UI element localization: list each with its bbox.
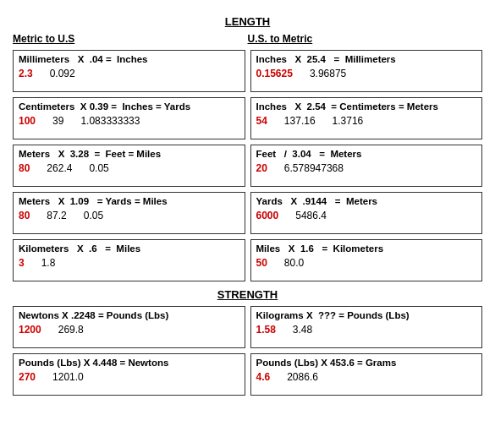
feet-input: 20 [256,162,267,174]
yards-to-meters-box: Yards X .9144 = Meters 6000 5486.4 [250,192,483,234]
km-to-miles-values: 3 1.8 [19,257,239,269]
pounds-to-grams-values: 4.6 2086.6 [256,371,477,383]
strength-row-1: Newtons X .2248 = Pounds (Lbs) 1200 269.… [13,306,482,348]
newtons-to-pounds-box: Newtons X .2248 = Pounds (Lbs) 1200 269.… [13,306,245,348]
yards-input: 6000 [256,210,279,221]
pounds-input1: 270 [19,371,36,383]
inches-to-cm-meters-box: Inches X 2.54 = Centimeters = Meters 54 … [250,97,483,139]
yards-to-meters-values: 6000 5486.4 [256,210,477,221]
feet-to-meters-values: 20 6.578947368 [256,162,477,174]
metric-to-us-header: Metric to U.S [13,33,248,45]
inches-to-mm-formula: Inches X 25.4 = Millimeters [256,54,477,64]
inches-input: 0.15625 [256,68,293,79]
feet-out: 262.4 [47,162,72,174]
km-input: 3 [19,257,25,269]
newtons-out: 1201.0 [52,371,84,383]
inches-to-cm-formula: Inches X 2.54 = Centimeters = Meters [256,101,477,112]
length-row-2: Centimeters X 0.39 = Inches = Yards 100 … [13,97,482,139]
meters-to-yards-formula: Meters X 1.09 = Yards = Miles [19,196,239,206]
mm-to-inches-formula: Millimeters X .04 = Inches [19,54,239,64]
meters-out: 1.3716 [333,115,364,127]
meters-to-feet-formula: Meters X 3.28 = Feet = Miles [19,149,239,159]
yards-to-meters-formula: Yards X .9144 = Meters [256,196,477,206]
strength-row-2: Pounds (Lbs) X 4.448 = Newtons 270 1201.… [13,353,482,396]
inches-out2: 39 [52,115,63,127]
length-row-3: Meters X 3.28 = Feet = Miles 80 262.4 0.… [13,145,482,187]
cm-input: 100 [19,115,36,127]
cm-formula: Centimeters X 0.39 = Inches = Yards [19,101,239,112]
length-title: LENGTH [13,15,482,28]
meters-input2: 80 [19,210,30,221]
pounds-to-newtons-values: 270 1201.0 [19,371,239,383]
grams-out: 2086.6 [287,371,318,383]
inches-to-mm-box: Inches X 25.4 = Millimeters 0.15625 3.96… [250,50,483,92]
kg-to-pounds-formula: Kilograms X ??? = Pounds (Lbs) [256,310,477,320]
pounds-to-newtons-box: Pounds (Lbs) X 4.448 = Newtons 270 1201.… [13,353,245,396]
kg-input: 1.58 [256,324,276,336]
miles-input: 50 [256,257,267,269]
strength-title: STRENGTH [13,288,482,301]
meters-out2: 6.578947368 [284,162,344,174]
pounds-to-grams-formula: Pounds (Lbs) X 453.6 = Grams [256,358,477,368]
kg-to-pounds-values: 1.58 3.48 [256,324,477,336]
meters-to-feet-miles-box: Meters X 3.28 = Feet = Miles 80 262.4 0.… [13,145,245,187]
newtons-to-pounds-formula: Newtons X .2248 = Pounds (Lbs) [19,310,239,320]
newtons-input: 1200 [19,324,41,336]
length-row-5: Kilometers X .6 = Miles 3 1.8 Miles X 1.… [13,239,482,281]
inches-input2: 54 [256,115,267,127]
yards-out: 1.083333333 [80,115,140,127]
meters-out3: 5486.4 [295,210,327,221]
pounds-to-newtons-formula: Pounds (Lbs) X 4.448 = Newtons [19,358,239,368]
mm-to-inches-box: Millimeters X .04 = Inches 2.3 0.092 [13,50,245,92]
miles-to-km-values: 50 80.0 [256,257,477,269]
pounds-input2: 4.6 [256,371,271,383]
meters-to-feet-values: 80 262.4 0.05 [19,162,239,174]
miles-out2: 0.05 [84,210,103,221]
pounds-out1: 269.8 [58,324,84,336]
cm-values: 100 39 1.083333333 [19,115,239,127]
mm-to-inches-values: 2.3 0.092 [19,68,239,79]
meters-to-yards-miles-box: Meters X 1.09 = Yards = Miles 80 87.2 0.… [13,192,245,234]
length-row-4: Meters X 1.09 = Yards = Miles 80 87.2 0.… [13,192,482,234]
length-row-1: Millimeters X .04 = Inches 2.3 0.092 Inc… [13,50,482,92]
feet-to-meters-box: Feet / 3.04 = Meters 20 6.578947368 [250,145,483,187]
us-to-metric-header: U.S. to Metric [248,33,483,45]
cm-to-inches-yards-box: Centimeters X 0.39 = Inches = Yards 100 … [13,97,245,139]
inches-output: 0.092 [50,68,75,79]
mm-output: 3.96875 [310,68,346,79]
km-out: 80.0 [284,257,304,269]
miles-out3: 1.8 [41,257,56,269]
kg-to-pounds-box: Kilograms X ??? = Pounds (Lbs) 1.58 3.48 [250,306,483,348]
meters-to-yards-values: 80 87.2 0.05 [19,210,239,221]
feet-to-meters-formula: Feet / 3.04 = Meters [256,149,477,159]
newtons-to-pounds-values: 1200 269.8 [19,324,239,336]
meters-input1: 80 [19,162,30,174]
km-to-miles-box: Kilometers X .6 = Miles 3 1.8 [13,239,245,281]
km-to-miles-formula: Kilometers X .6 = Miles [19,243,239,254]
yards-out2: 87.2 [47,210,66,221]
miles-to-km-formula: Miles X 1.6 = Kilometers [256,243,477,254]
inches-to-cm-values: 54 137.16 1.3716 [256,115,477,127]
pounds-out2: 3.48 [293,324,312,336]
strength-section: STRENGTH Newtons X .2248 = Pounds (Lbs) … [13,288,482,396]
length-section: LENGTH Metric to U.S U.S. to Metric Mill… [13,15,482,281]
pounds-to-grams-box: Pounds (Lbs) X 453.6 = Grams 4.6 2086.6 [250,353,483,396]
miles-to-km-box: Miles X 1.6 = Kilometers 50 80.0 [250,239,483,281]
miles-out1: 0.05 [89,162,108,174]
cm-out: 137.16 [284,115,316,127]
inches-to-mm-values: 0.15625 3.96875 [256,68,477,79]
mm-input: 2.3 [19,68,33,79]
